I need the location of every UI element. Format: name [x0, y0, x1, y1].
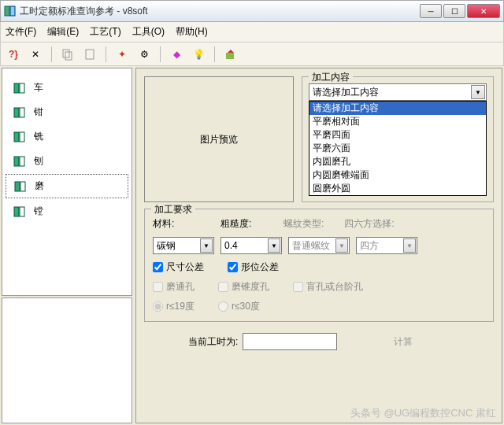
- image-preview: 图片预览: [144, 76, 294, 202]
- group-legend: 加工要求: [151, 203, 195, 216]
- tree-label: 刨: [34, 154, 43, 168]
- material-label: 材料:: [153, 217, 184, 231]
- radius-30-radio: r≤30度: [218, 300, 260, 313]
- close-button[interactable]: ✕: [467, 4, 500, 18]
- dropdown-option[interactable]: 内圆磨孔: [309, 155, 486, 168]
- svg-rect-0: [5, 6, 9, 16]
- svg-rect-13: [20, 157, 24, 166]
- chevron-down-icon[interactable]: ▼: [471, 85, 485, 99]
- dropdown-option[interactable]: 平磨四面: [309, 128, 486, 142]
- tree-item-planer[interactable]: 刨: [6, 150, 128, 172]
- book-icon: [13, 83, 26, 94]
- svg-rect-6: [14, 83, 19, 93]
- separator: [106, 46, 106, 62]
- roughness-select[interactable]: 0.4▼: [220, 237, 282, 254]
- minimize-button[interactable]: ─: [420, 4, 442, 18]
- exit-icon[interactable]: [223, 46, 239, 62]
- app-icon: [4, 5, 17, 17]
- current-hours-label: 当前工时为:: [188, 335, 238, 349]
- svg-rect-15: [20, 182, 25, 191]
- content-dropdown[interactable]: 请选择加工内容 平磨相对面 平磨四面 平磨六面 内圆磨孔 内圆磨锥端面 圆磨外圆: [309, 101, 487, 196]
- wand-icon[interactable]: ✦: [114, 46, 130, 62]
- book-icon: [13, 131, 26, 142]
- tree-item-boring[interactable]: 镗: [6, 200, 128, 223]
- calc-label: 计算: [394, 335, 413, 349]
- chevron-down-icon: ▼: [403, 238, 416, 253]
- svg-rect-14: [15, 182, 20, 191]
- processing-content-group: 加工内容 请选择加工内容 ▼ 请选择加工内容 平磨相对面 平磨四面 平磨六面 内…: [302, 76, 494, 202]
- lower-left-panel: [2, 298, 132, 423]
- dropdown-option[interactable]: 圆磨外圆: [309, 182, 486, 195]
- menubar: 文件(F) 编辑(E) 工艺(T) 工具(O) 帮助(H): [0, 22, 504, 42]
- titlebar: 工时定额标准查询参考 - v8soft ─ ☐ ✕: [0, 0, 504, 22]
- combo-value: 请选择加工内容: [313, 86, 379, 99]
- bulb-icon[interactable]: 💡: [191, 46, 206, 62]
- tree-label: 铣: [34, 130, 43, 143]
- taper-hole-checkbox: 磨锥度孔: [218, 280, 269, 294]
- tree-label: 车: [34, 81, 43, 94]
- blind-hole-checkbox: 盲孔或台阶孔: [293, 280, 363, 294]
- chevron-down-icon[interactable]: ▼: [268, 238, 280, 253]
- material-select[interactable]: 碳钢▼: [153, 237, 214, 254]
- svg-rect-5: [226, 53, 234, 59]
- svg-rect-7: [20, 83, 24, 93]
- current-hours-input[interactable]: [243, 333, 337, 350]
- paste-icon[interactable]: [82, 46, 98, 62]
- menu-edit[interactable]: 编辑(E): [47, 25, 79, 39]
- tree-item-fitter[interactable]: 钳: [6, 101, 128, 124]
- delete-icon[interactable]: ✕: [28, 46, 43, 62]
- thread-label: 螺纹类型:: [284, 217, 324, 231]
- window-title: 工时定额标准查询参考 - v8soft: [20, 5, 420, 18]
- dropdown-option[interactable]: 请选择加工内容: [309, 102, 486, 115]
- svg-rect-1: [10, 6, 15, 16]
- svg-rect-10: [14, 132, 19, 142]
- svg-rect-9: [20, 108, 24, 117]
- svg-rect-17: [20, 207, 24, 216]
- preview-label: 图片预览: [200, 133, 238, 146]
- book-icon: [13, 107, 26, 118]
- requirements-group: 加工要求 材料: 粗糙度: 螺纹类型: 四六方选择: 碳钢▼ 0.4▼ 普通螺纹…: [144, 209, 494, 322]
- maximize-button[interactable]: ☐: [443, 4, 465, 18]
- menu-help[interactable]: 帮助(H): [176, 25, 208, 39]
- separator: [160, 46, 161, 62]
- tree-item-mill[interactable]: 铣: [6, 125, 128, 148]
- tree-item-lathe[interactable]: 车: [6, 76, 128, 99]
- square-select: 四方▼: [356, 237, 417, 254]
- book-icon: [13, 156, 26, 167]
- separator: [214, 46, 215, 62]
- svg-rect-12: [14, 157, 19, 166]
- svg-rect-3: [65, 52, 72, 60]
- svg-rect-8: [14, 108, 19, 117]
- book-icon: [13, 206, 26, 217]
- size-tolerance-checkbox[interactable]: 尺寸公差: [153, 261, 204, 274]
- content-combo[interactable]: 请选择加工内容 ▼: [309, 83, 487, 101]
- menu-craft[interactable]: 工艺(T): [90, 25, 120, 39]
- svg-rect-2: [63, 50, 69, 57]
- menu-file[interactable]: 文件(F): [6, 25, 36, 39]
- chevron-down-icon[interactable]: ▼: [200, 238, 213, 253]
- dropdown-option[interactable]: 平磨六面: [309, 142, 486, 155]
- radius-19-radio: r≤19度: [153, 300, 195, 313]
- menu-tool[interactable]: 工具(O): [132, 25, 165, 39]
- svg-rect-4: [86, 50, 94, 59]
- tool-icon[interactable]: ⚙: [136, 46, 152, 62]
- help-icon[interactable]: ?}: [6, 46, 21, 62]
- svg-rect-11: [20, 132, 24, 142]
- copy-icon[interactable]: [60, 46, 76, 62]
- svg-rect-16: [14, 207, 19, 216]
- position-tolerance-checkbox[interactable]: 形位公差: [228, 261, 279, 274]
- tree-label: 磨: [35, 179, 44, 193]
- thread-select: 普通螺纹▼: [288, 237, 350, 254]
- group-legend: 加工内容: [309, 71, 353, 84]
- chevron-down-icon: ▼: [335, 238, 348, 253]
- separator: [51, 46, 52, 62]
- dropdown-option[interactable]: 平磨相对面: [309, 115, 486, 128]
- tree-item-grind[interactable]: 磨: [6, 174, 128, 198]
- category-tree: 车 钳 铣 刨 磨 镗: [2, 68, 132, 296]
- dropdown-option[interactable]: 内圆磨锥端面: [309, 168, 486, 182]
- square-label: 四六方选择:: [344, 217, 394, 231]
- toolbar: ?} ✕ ✦ ⚙ ◆ 💡: [0, 42, 504, 66]
- roughness-label: 粗糙度:: [220, 217, 252, 231]
- through-hole-checkbox: 磨通孔: [153, 280, 195, 294]
- book-icon[interactable]: ◆: [169, 46, 184, 62]
